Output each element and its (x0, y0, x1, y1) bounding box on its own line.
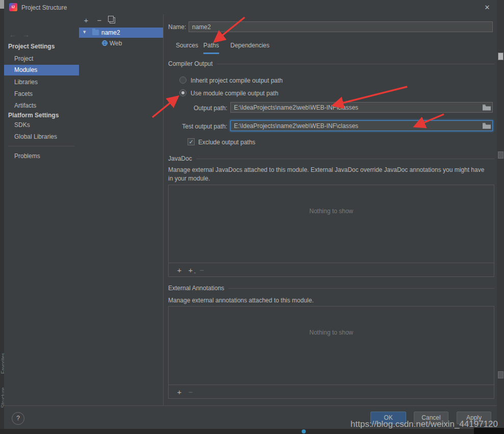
remove-annotation-root-button[interactable]: − (185, 388, 196, 396)
tree-row-name2[interactable]: ▾ name2 (79, 28, 163, 38)
javadoc-toolbar: + +◦ − (168, 263, 494, 277)
module-tree-panel (79, 14, 164, 405)
output-path-label: Output path: (168, 105, 227, 112)
sidebar-divider (8, 146, 74, 146)
sidebar-item-sdks[interactable]: SDKs (4, 120, 79, 131)
web-facet-icon (101, 40, 108, 46)
right-edge-artifact (498, 53, 503, 60)
section-compiler-output-label: Compiler Output (168, 60, 213, 67)
tab-dependencies[interactable]: Dependencies (230, 42, 270, 53)
output-path-input[interactable] (230, 102, 493, 113)
test-output-path-browse-folder-icon[interactable] (482, 122, 491, 130)
watermark-text: https://blog.csdn.net/weixin_44197120 (351, 419, 498, 429)
screen-right-edge (497, 0, 504, 434)
close-icon[interactable]: ✕ (482, 3, 492, 13)
add-annotation-root-button[interactable]: + (174, 388, 185, 396)
annotations-toolbar: + − (168, 385, 494, 399)
right-edge-artifact (498, 151, 503, 159)
javadoc-description: Manage external JavaDocs attached to thi… (168, 166, 488, 183)
test-output-path-label: Test output path: (168, 123, 227, 130)
chevron-down-icon[interactable]: ▾ (83, 29, 86, 35)
forward-icon[interactable]: → (21, 31, 31, 39)
sidebar-item-libraries[interactable]: Libraries (4, 77, 79, 88)
project-structure-dialog: IJ Project Structure ✕ ← → Project Setti… (4, 0, 497, 429)
annotations-empty-hint: Nothing to show (169, 307, 494, 336)
tab-sources[interactable]: Sources (176, 42, 198, 53)
platform-settings-header: Platform Settings (8, 112, 59, 119)
copy-module-icon[interactable] (110, 17, 115, 23)
sidebar-item-facets[interactable]: Facets (4, 89, 79, 99)
tab-paths[interactable]: Paths (203, 42, 219, 54)
use-module-output-label[interactable]: Use module compile output path (191, 90, 278, 97)
project-structure-screen: Favorites Structure IJ Project Structure… (0, 0, 504, 434)
status-blue-dot (302, 429, 306, 433)
section-javadoc-label: JavaDoc (168, 155, 192, 162)
small-circle-icon: ◦ (194, 270, 196, 275)
name-label: Name: (168, 23, 186, 31)
name-input[interactable] (189, 21, 493, 32)
sidebar-item-global-libraries[interactable]: Global Libraries (4, 132, 79, 142)
tree-row-web[interactable]: Web (79, 39, 163, 48)
inherit-output-label[interactable]: Inherit project compile output path (191, 77, 283, 84)
add-module-button[interactable]: + (82, 16, 91, 25)
add-javadoc-button[interactable]: + (174, 266, 185, 274)
back-icon[interactable]: ← (8, 31, 17, 39)
annotations-empty-panel: Nothing to show (168, 306, 494, 385)
section-external-annotations-label: External Annotations (168, 285, 224, 292)
ide-bottom-strip (0, 429, 504, 434)
intellij-logo-icon: IJ (9, 3, 17, 11)
section-external-annotations: External Annotations (168, 285, 494, 292)
module-icon (92, 30, 99, 35)
sidebar-item-problems[interactable]: Problems (4, 151, 79, 162)
right-edge-artifact (498, 371, 503, 378)
module-name: name2 (101, 29, 120, 36)
use-module-output-radio[interactable] (179, 89, 187, 96)
dialog-titlebar: IJ Project Structure ✕ (4, 0, 497, 14)
sidebar-item-project[interactable]: Project (4, 54, 79, 64)
help-button[interactable]: ? (12, 412, 24, 425)
settings-sidebar: ← → Project Settings Project Modules Lib… (4, 14, 79, 405)
section-compiler-output: Compiler Output (168, 60, 494, 67)
javadoc-empty-panel: Nothing to show (168, 185, 494, 263)
footer-divider (4, 405, 497, 406)
test-output-path-input[interactable] (230, 120, 493, 131)
project-settings-header: Project Settings (8, 43, 55, 50)
exclude-output-paths-label[interactable]: Exclude output paths (198, 139, 255, 146)
annotations-description: Manage external annotations attached to … (168, 296, 488, 305)
remove-javadoc-button[interactable]: − (196, 266, 207, 274)
inherit-output-radio[interactable] (179, 76, 187, 84)
sidebar-item-modules[interactable]: Modules (4, 65, 79, 75)
add-javadoc-url-button[interactable]: +◦ (185, 266, 196, 274)
output-path-browse-folder-icon[interactable] (482, 104, 491, 111)
section-javadoc: JavaDoc (168, 155, 494, 162)
web-facet-label: Web (110, 40, 122, 47)
exclude-output-paths-checkbox[interactable]: ✓ (188, 138, 195, 145)
sidebar-item-artifacts[interactable]: Artifacts (4, 100, 79, 111)
javadoc-empty-hint: Nothing to show (169, 185, 494, 215)
remove-module-button[interactable]: − (95, 16, 104, 25)
window-title: Project Structure (21, 4, 67, 11)
